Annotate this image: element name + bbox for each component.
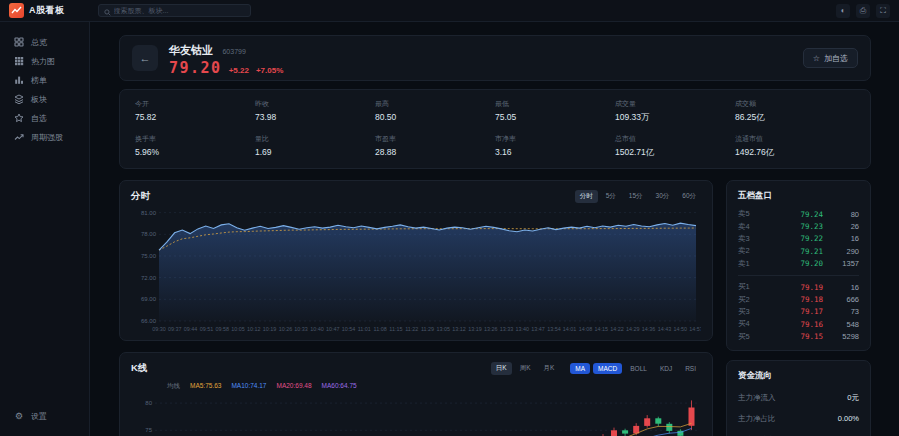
stat-11: 流通市值1492.76亿: [735, 134, 855, 159]
period-button-60分[interactable]: 60分: [677, 190, 701, 203]
add-watchlist-button[interactable]: ☆ 加自选: [803, 48, 858, 68]
stat-8: 市盈率28.88: [375, 134, 495, 159]
orderbook-row-买1: 买179.1916: [738, 281, 859, 293]
svg-text:10:33: 10:33: [294, 326, 308, 332]
orderbook-row-买3: 买379.1773: [738, 306, 859, 318]
sidebar-nav: 总览热力图榜单板块自选周期强股: [0, 34, 89, 148]
orderbook-price: 79.18: [760, 295, 823, 304]
stock-info: 华友钴业 603799 79.20 +5.22 +7.05%: [169, 40, 283, 77]
svg-text:14:50: 14:50: [673, 326, 687, 332]
orderbook-price: 79.21: [760, 247, 823, 256]
search-input[interactable]: [114, 7, 245, 14]
sidebar-item-label: 周期强股: [31, 132, 63, 143]
app-title: A股看板: [29, 4, 65, 17]
kline-button-KDJ[interactable]: KDJ: [655, 363, 677, 374]
stat-label: 流通市值: [735, 134, 855, 144]
svg-text:80: 80: [145, 400, 152, 406]
orderbook-row-买5: 买579.155298: [738, 331, 859, 343]
sidebar-item-3[interactable]: 榜单: [0, 72, 89, 88]
sidebar-item-1[interactable]: 总览: [0, 34, 89, 50]
search-box[interactable]: [98, 4, 251, 17]
grid-icon: [14, 37, 24, 47]
orderbook-divider: [738, 275, 859, 276]
svg-text:10:12: 10:12: [247, 326, 260, 332]
stat-label: 总市值: [615, 134, 735, 144]
back-button[interactable]: ←: [132, 45, 158, 71]
period-button-30分[interactable]: 30分: [651, 190, 675, 203]
stats-panel: 今开75.82昨收73.98最高80.50最低75.05成交量109.33万成交…: [119, 89, 871, 169]
kline-button-周K[interactable]: 周K: [515, 362, 536, 375]
intraday-title: 分时: [131, 190, 150, 203]
stat-label: 量比: [255, 134, 375, 144]
fullscreen-icon[interactable]: ⛶: [876, 4, 890, 18]
orderbook-row-买2: 买279.18666: [738, 293, 859, 305]
heatmap-icon: [14, 56, 24, 66]
orderbook-price: 79.24: [760, 210, 823, 219]
svg-text:10:54: 10:54: [342, 326, 356, 332]
stat-value: 86.25亿: [735, 112, 855, 124]
intraday-chart[interactable]: 81.0078.0075.0072.0069.0066.0009:3009:37…: [131, 203, 701, 334]
period-button-5分[interactable]: 5分: [601, 190, 621, 203]
orderbook-qty: 290: [823, 247, 859, 256]
kline-button-MA[interactable]: MA: [570, 363, 590, 374]
search-icon: [104, 2, 111, 20]
sidebar-item-4[interactable]: 板块: [0, 91, 89, 107]
stat-1: 昨收73.98: [255, 99, 375, 124]
svg-text:09:44: 09:44: [184, 326, 198, 332]
stat-value: 75.82: [135, 112, 255, 122]
svg-text:09:37: 09:37: [168, 326, 182, 332]
orderbook-qty: 26: [823, 222, 859, 231]
orderbook-card: 五档盘口 卖579.2480卖479.2326卖379.2216卖279.212…: [726, 180, 871, 351]
print-icon[interactable]: ⎙: [856, 4, 870, 18]
topbar: A股看板 ◐⎙⛶: [0, 0, 899, 22]
stock-change-pct: +7.05%: [256, 66, 283, 75]
sidebar-item-6[interactable]: 周期强股: [0, 129, 89, 145]
orderbook-price: 79.22: [760, 234, 823, 243]
sidebar-item-label: 自选: [31, 113, 47, 124]
star-icon: [14, 113, 24, 123]
kline-button-MACD[interactable]: MACD: [593, 363, 622, 374]
svg-text:13:54: 13:54: [547, 326, 561, 332]
svg-text:13:12: 13:12: [452, 326, 466, 332]
orderbook-level: 卖2: [738, 246, 760, 256]
orderbook-level: 买1: [738, 282, 760, 292]
svg-text:11:29: 11:29: [421, 326, 434, 332]
svg-text:09:58: 09:58: [215, 326, 229, 332]
stat-9: 市净率3.16: [495, 134, 615, 159]
theme-toggle-icon[interactable]: ◐: [836, 4, 850, 18]
period-button-分时[interactable]: 分时: [575, 190, 598, 203]
kline-button-BOLL[interactable]: BOLL: [625, 363, 652, 374]
sidebar-item-label: 榜单: [31, 75, 47, 86]
sidebar-item-5[interactable]: 自选: [0, 110, 89, 126]
svg-text:09:51: 09:51: [200, 326, 214, 332]
stat-label: 今开: [135, 99, 255, 109]
sidebar-item-settings[interactable]: ⚙设置: [0, 408, 89, 424]
stat-value: 3.16: [495, 147, 615, 157]
stat-label: 市盈率: [375, 134, 495, 144]
period-button-15分[interactable]: 15分: [624, 190, 648, 203]
sidebar-item-label: 总览: [31, 37, 47, 48]
orderbook-level: 买3: [738, 307, 760, 317]
gear-icon: ⚙: [14, 411, 24, 421]
stat-label: 换手率: [135, 134, 255, 144]
kline-button-月K[interactable]: 月K: [539, 362, 560, 375]
main-content: ← 华友钴业 603799 79.20 +5.22 +7.05% ☆ 加自选 今…: [90, 22, 899, 436]
stat-value: 73.98: [255, 112, 375, 122]
trend-icon: [14, 132, 24, 142]
svg-text:75: 75: [145, 427, 152, 433]
svg-text:66.00: 66.00: [141, 318, 157, 324]
svg-text:81.00: 81.00: [141, 210, 157, 216]
orderbook-row-买4: 买479.16548: [738, 318, 859, 330]
svg-text:72.00: 72.00: [141, 275, 157, 281]
orderbook-price: 79.15: [760, 332, 823, 341]
stat-10: 总市值1502.71亿: [615, 134, 735, 159]
svg-text:14:22: 14:22: [610, 326, 624, 332]
ma-legend-prefix: 均线: [167, 382, 180, 391]
capital-label: 主力净流入: [738, 393, 776, 403]
kline-button-日K[interactable]: 日K: [491, 362, 512, 375]
stat-label: 市净率: [495, 134, 615, 144]
kline-chart[interactable]: 8075706560: [131, 392, 701, 436]
sidebar-item-2[interactable]: 热力图: [0, 53, 89, 69]
kline-button-RSI[interactable]: RSI: [680, 363, 701, 374]
svg-text:14:43: 14:43: [658, 326, 672, 332]
